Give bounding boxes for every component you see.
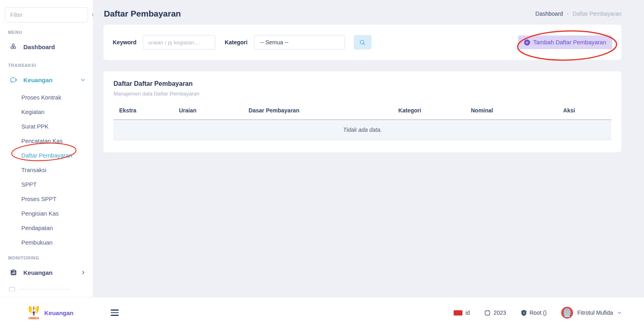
shield-icon	[521, 309, 527, 316]
bottom-navbar: UNSIKA Keuangan id 2023	[0, 297, 644, 328]
sidebar-item-surat-ppk[interactable]: Surat PPK	[0, 119, 93, 134]
search-icon[interactable]	[91, 12, 93, 19]
breadcrumb: Dashboard › Daftar Pembayaran	[535, 10, 621, 17]
sidebar-item-kegiatan[interactable]: Kegiatan	[0, 105, 93, 119]
card-subtitle: Manajemen data Daftar Pembayaran	[114, 91, 611, 97]
sidebar-item-dashboard[interactable]: Dashboard	[0, 38, 93, 56]
language-label: id	[465, 309, 470, 316]
navbar-right: id 2023 Root ()	[454, 307, 622, 319]
sidebar-item-pembukuan[interactable]: Pembukuan	[0, 235, 93, 250]
user-menu[interactable]: Fitrotul Mufida	[561, 307, 622, 319]
data-table: Ekstra Uraian Dasar Pembayaran Kategori …	[114, 103, 611, 140]
table-header-row: Ekstra Uraian Dasar Pembayaran Kategori …	[114, 103, 611, 120]
sidebar: MENU Dashboard TRANSAKSI Keuangan	[0, 0, 93, 297]
sidebar-item-keuangan[interactable]: Keuangan	[0, 71, 93, 89]
page-title: Daftar Pembayaran	[104, 9, 181, 19]
sidebar-item-partial[interactable]	[0, 281, 93, 297]
cubes-icon	[9, 43, 18, 51]
column-dasar-pembayaran: Dasar Pembayaran	[243, 103, 382, 120]
sidebar-filter-input[interactable]	[5, 7, 88, 23]
filter-card: Keyword Kategori -- Semua -- + Tambah Da…	[103, 25, 621, 60]
add-daftar-pembayaran-button[interactable]: + Tambah Daftar Pembayaran	[518, 35, 612, 49]
sidebar-item-pencatatan-kas[interactable]: Pencatatan Kas	[0, 134, 93, 148]
sidebar-item-keuangan-monitoring[interactable]: Keuangan	[0, 264, 93, 281]
year-label: 2023	[493, 309, 506, 316]
sidebar-item-label: Keuangan	[23, 77, 74, 83]
sidebar-item-proses-sppt[interactable]: Proses SPPT	[0, 192, 93, 206]
chevron-down-icon	[80, 77, 86, 83]
sidebar-item-label: Keuangan	[23, 269, 75, 276]
sidebar-item-daftar-pembayaran[interactable]: Daftar Pembayaran	[0, 148, 93, 163]
keyword-input[interactable]	[143, 35, 215, 50]
sidebar-item-proses-kontrak[interactable]: Proses Kontrak	[0, 90, 93, 105]
user-name: Fitrotul Mufida	[577, 309, 613, 316]
sidebar-item-label: Dashboard	[23, 44, 86, 50]
add-button-label: Tambah Daftar Pembayaran	[533, 39, 606, 46]
kategori-select[interactable]: -- Semua --	[254, 35, 345, 50]
report-board-icon	[9, 268, 18, 276]
sidebar-item-pengisian-kas[interactable]: Pengisian Kas	[0, 206, 93, 221]
empty-table-row: Tidak ada data.	[114, 120, 611, 140]
brand-name: Keuangan	[44, 309, 74, 316]
column-nominal: Nominal	[437, 103, 527, 120]
sidebar-section-menu: MENU	[0, 23, 93, 35]
avatar	[561, 307, 573, 319]
breadcrumb-current: Daftar Pembayaran	[573, 10, 621, 17]
flag-icon	[454, 310, 462, 316]
sidebar-item-transaksi[interactable]: Transaksi	[0, 163, 93, 177]
calendar-icon	[484, 309, 491, 316]
page: MENU Dashboard TRANSAKSI Keuangan	[0, 0, 644, 328]
sidebar-item-pendapatan[interactable]: Pendapatan	[0, 221, 93, 235]
partial-label	[20, 289, 68, 290]
year-selector[interactable]: 2023	[484, 309, 506, 316]
sidebar-submenu: Proses Kontrak Kegiatan Surat PPK Pencat…	[0, 90, 93, 250]
role-indicator[interactable]: Root ()	[521, 309, 547, 316]
sidebar-section-monitoring: MONITORING	[0, 250, 93, 260]
kategori-label: Kategori	[225, 39, 248, 46]
sidebar-item-sppt[interactable]: SPPT	[0, 177, 93, 192]
sidebar-filter-row	[0, 0, 93, 23]
card-title: Daftar Daftar Pembayaran	[114, 80, 611, 87]
chevron-down-icon	[617, 310, 622, 315]
search-icon	[359, 39, 366, 46]
column-uraian: Uraian	[173, 103, 243, 120]
partial-icon	[9, 287, 15, 292]
brand[interactable]: UNSIKA Keuangan	[27, 305, 74, 321]
unsika-logo: UNSIKA	[27, 305, 41, 321]
main-header: Daftar Pembayaran Dashboard › Daftar Pem…	[94, 0, 644, 19]
chevron-right-icon	[80, 270, 86, 275]
piggy-bank-icon	[9, 76, 18, 84]
sidebar-section-transaksi: TRANSAKSI	[0, 56, 93, 68]
breadcrumb-dashboard[interactable]: Dashboard	[535, 10, 563, 17]
keyword-label: Keyword	[113, 39, 136, 46]
svg-text:UNSIKA: UNSIKA	[29, 317, 39, 320]
table-card: Daftar Daftar Pembayaran Manajemen data …	[103, 71, 621, 152]
main-content: Daftar Pembayaran Dashboard › Daftar Pem…	[94, 0, 644, 297]
column-aksi: Aksi	[527, 103, 611, 120]
sidebar-toggle-button[interactable]	[111, 309, 119, 316]
empty-message: Tidak ada data.	[114, 120, 611, 140]
search-button[interactable]	[354, 35, 372, 50]
role-label: Root ()	[530, 309, 547, 316]
column-kategori: Kategori	[382, 103, 437, 120]
kategori-selected-value: -- Semua --	[260, 39, 289, 46]
breadcrumb-separator-icon: ›	[567, 11, 569, 17]
language-selector[interactable]: id	[454, 309, 470, 316]
plus-icon: +	[524, 39, 530, 46]
column-ekstra: Ekstra	[114, 103, 173, 120]
